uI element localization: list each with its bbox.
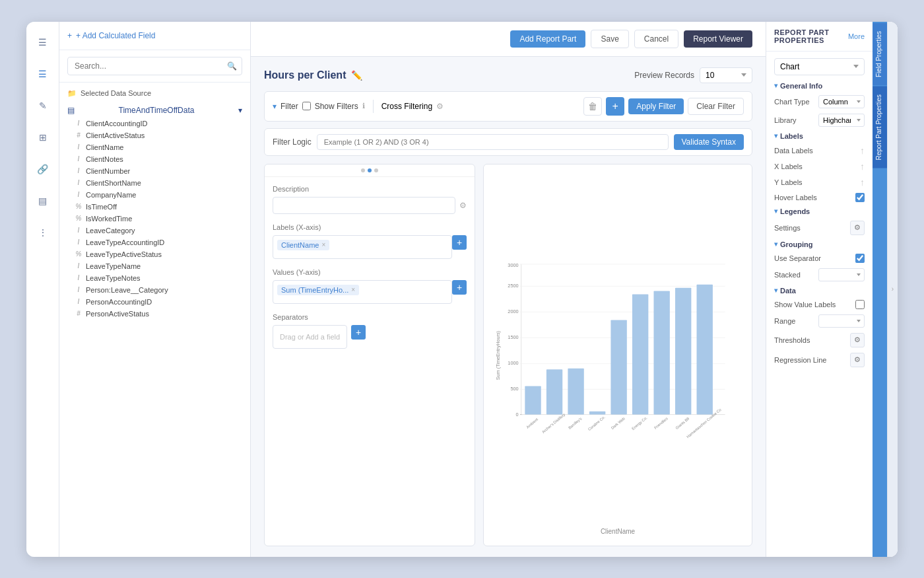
library-select[interactable]: Highcharts D3 bbox=[818, 114, 865, 127]
data-section-header[interactable]: ▾ Data bbox=[774, 287, 865, 295]
thresholds-gear-icon[interactable]: ⚙ bbox=[850, 333, 865, 347]
cancel-button[interactable]: Cancel bbox=[634, 30, 678, 48]
legends-section-header[interactable]: ▾ Legends bbox=[774, 207, 865, 215]
clear-filter-button[interactable]: Clear Filter bbox=[688, 98, 744, 115]
settings-gear-icon[interactable]: ⚙ bbox=[850, 221, 865, 235]
tab-report-part-properties[interactable]: Report Part Properties bbox=[873, 87, 887, 168]
apply-filter-button[interactable]: Apply Filter bbox=[628, 98, 684, 114]
separator-drag-area[interactable]: Drag or Add a field bbox=[273, 325, 347, 349]
add-value-button[interactable]: + bbox=[452, 280, 467, 295]
svg-text:Energy Co.: Energy Co. bbox=[631, 415, 648, 430]
tag-remove-icon[interactable]: × bbox=[351, 286, 355, 293]
preview-records-select[interactable]: 10 25 50 100 bbox=[700, 67, 752, 83]
tag-remove-icon[interactable]: × bbox=[321, 241, 325, 248]
chart-type-mini-select[interactable]: Column Bar Line Pie bbox=[818, 95, 865, 108]
data-labels-upload-icon[interactable]: ↑ bbox=[860, 145, 865, 156]
regression-gear-icon[interactable]: ⚙ bbox=[850, 353, 865, 367]
svg-text:Barrilley's: Barrilley's bbox=[568, 416, 583, 429]
filter-logic-input[interactable] bbox=[317, 134, 669, 150]
save-button[interactable]: Save bbox=[591, 30, 628, 48]
search-input[interactable] bbox=[67, 57, 242, 75]
list-item[interactable]: I LeaveCategory bbox=[73, 225, 242, 236]
svg-text:1500: 1500 bbox=[508, 334, 518, 340]
labels-xaxis-tags: ClientName × bbox=[273, 235, 452, 259]
list-item[interactable]: I LeaveTypeNotes bbox=[73, 272, 242, 284]
list-item[interactable]: I ClientNumber bbox=[73, 165, 242, 177]
list-item[interactable]: # PersonActiveStatus bbox=[73, 308, 242, 320]
chart-type-select[interactable]: Chart Map bbox=[774, 58, 865, 75]
description-gear-icon[interactable]: ⚙ bbox=[459, 201, 467, 210]
menu-icon[interactable]: ☰ bbox=[33, 32, 53, 52]
use-separator-row: Use Separator bbox=[774, 254, 865, 263]
list-item[interactable]: % LeaveTypeActiveStatus bbox=[73, 248, 242, 260]
client-name-tag[interactable]: ClientName × bbox=[277, 240, 329, 250]
add-report-part-button[interactable]: Add Report Part bbox=[510, 30, 585, 48]
add-separator-button[interactable]: + bbox=[351, 325, 366, 340]
labels-section-header[interactable]: ▾ Labels bbox=[774, 132, 865, 140]
general-info-section-header[interactable]: ▾ General Info bbox=[774, 82, 865, 90]
data-panel: + + Add Calculated Field 🔍 📁 Selected Da… bbox=[59, 22, 251, 557]
bar-hamantaschen bbox=[697, 284, 713, 414]
show-value-labels-checkbox[interactable] bbox=[855, 300, 865, 309]
chevron-legends-icon: ▾ bbox=[774, 207, 777, 215]
separator bbox=[373, 100, 374, 113]
y-labels-upload-icon[interactable]: ↑ bbox=[860, 177, 865, 188]
list-item[interactable]: I ClientName bbox=[73, 141, 242, 153]
grouping-section-header[interactable]: ▾ Grouping bbox=[774, 240, 865, 248]
report-title: Hours per Client ✏️ bbox=[264, 69, 362, 81]
list-item[interactable]: I ClientNotes bbox=[73, 153, 242, 165]
use-separator-checkbox[interactable] bbox=[855, 254, 865, 263]
add-filter-button[interactable]: + bbox=[606, 97, 624, 116]
bar-ambient bbox=[525, 386, 541, 414]
collapse-handle[interactable]: › bbox=[887, 22, 898, 557]
edit-title-icon[interactable]: ✏️ bbox=[351, 70, 362, 81]
grid-icon[interactable]: ⊞ bbox=[33, 127, 53, 147]
list-item[interactable]: % IsTimeOff bbox=[73, 201, 242, 213]
chart-type-row: Chart Map bbox=[774, 58, 865, 75]
properties-main: REPORT PART PROPERTIES More Chart Map ▾ … bbox=[766, 22, 873, 557]
chart-area: 0 500 1000 1500 2000 2500 bbox=[483, 164, 752, 546]
stacked-select[interactable]: Normal Percent bbox=[818, 268, 865, 281]
table-icon[interactable]: ▤ bbox=[33, 191, 53, 211]
hover-labels-checkbox[interactable] bbox=[855, 193, 865, 202]
regression-line-row: Regression Line ⚙ bbox=[774, 353, 865, 367]
validate-syntax-button[interactable]: Validate Syntax bbox=[674, 134, 744, 150]
list-item[interactable]: I Person:Leave__Category bbox=[73, 284, 242, 296]
list-item[interactable]: I PersonAccountingID bbox=[73, 296, 242, 308]
list-item[interactable]: I ClientAccountingID bbox=[73, 118, 242, 129]
svg-text:2500: 2500 bbox=[508, 282, 518, 288]
more-button[interactable]: More bbox=[848, 32, 865, 40]
list-item[interactable]: I ClientShortName bbox=[73, 177, 242, 189]
edit-icon[interactable]: ✎ bbox=[33, 96, 53, 116]
list-item[interactable]: # ClientActiveStatus bbox=[73, 129, 242, 141]
svg-text:500: 500 bbox=[510, 385, 518, 391]
chevron-down-filter-icon[interactable]: ▾ bbox=[273, 102, 277, 111]
sum-tag[interactable]: Sum (TimeEntryHo... × bbox=[277, 285, 359, 295]
list-item[interactable]: % IsWorkedTime bbox=[73, 213, 242, 225]
list-item[interactable]: I LeaveTypeName bbox=[73, 260, 242, 272]
datasource-name[interactable]: ▤ TimeAndTimeOffData ▾ bbox=[67, 103, 242, 118]
range-select[interactable] bbox=[818, 314, 865, 328]
list-item[interactable]: I LeaveTypeAccountingID bbox=[73, 236, 242, 248]
link-icon[interactable]: 🔗 bbox=[33, 159, 53, 179]
show-filters-checkbox[interactable] bbox=[302, 102, 311, 110]
report-viewer-button[interactable]: Report Viewer bbox=[684, 30, 752, 48]
add-calculated-field-button[interactable]: + + Add Calculated Field bbox=[59, 22, 250, 50]
cross-filtering-gear-icon[interactable]: ⚙ bbox=[436, 102, 444, 111]
top-toolbar: Add Report Part Save Cancel Report Viewe… bbox=[251, 22, 766, 57]
x-labels-upload-icon[interactable]: ↑ bbox=[860, 161, 865, 172]
list-icon[interactable]: ☰ bbox=[33, 64, 53, 84]
list-item[interactable]: I CompanyName bbox=[73, 189, 242, 201]
svg-text:Coraline Co.: Coraline Co. bbox=[587, 414, 606, 431]
hierarchy-icon[interactable]: ⋮ bbox=[33, 223, 53, 242]
bar-barrilley bbox=[568, 368, 583, 414]
tab-field-properties[interactable]: Field Properties bbox=[873, 23, 887, 85]
delete-filter-icon[interactable]: 🗑 bbox=[583, 97, 602, 116]
settings-row: Settings ⚙ bbox=[774, 221, 865, 235]
config-dots bbox=[265, 164, 475, 177]
add-label-button[interactable]: + bbox=[452, 235, 467, 250]
description-input[interactable] bbox=[273, 197, 455, 214]
chevron-down-icon: ▾ bbox=[238, 106, 242, 115]
bar-giants bbox=[675, 287, 691, 414]
svg-text:Sum (TimeEntryHours): Sum (TimeEntryHours) bbox=[495, 330, 501, 379]
